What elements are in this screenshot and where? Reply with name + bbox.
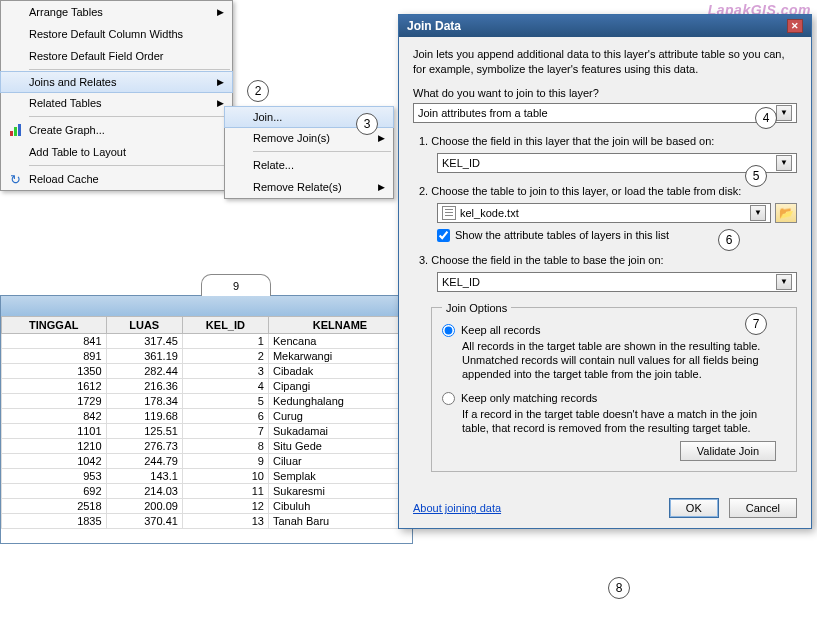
step2-table-combo[interactable]: kel_kode.txt ▼ <box>437 203 771 223</box>
menu-reload-cache[interactable]: ↻ Reload Cache <box>1 168 232 190</box>
cell[interactable]: Ciluar <box>268 454 411 469</box>
keep-all-radio[interactable] <box>442 324 455 337</box>
cell[interactable]: 692 <box>2 484 107 499</box>
table-row[interactable]: 1042244.799Ciluar <box>2 454 412 469</box>
cell[interactable]: Kencana <box>268 334 411 349</box>
menu-related-tables[interactable]: Related Tables ▶ <box>1 92 232 114</box>
cell[interactable]: Sukaresmi <box>268 484 411 499</box>
cell[interactable]: 841 <box>2 334 107 349</box>
cell[interactable]: 216.36 <box>106 379 182 394</box>
cell[interactable]: 1835 <box>2 514 107 529</box>
attribute-grid[interactable]: TINGGALLUASKEL_IDKELNAME 841317.451Kenca… <box>1 316 412 529</box>
cell[interactable]: 178.34 <box>106 394 182 409</box>
menu-create-graph[interactable]: Create Graph... <box>1 119 232 141</box>
table-row[interactable]: 1350282.443Cibadak <box>2 364 412 379</box>
cell[interactable]: 6 <box>182 409 268 424</box>
table-row[interactable]: 692214.0311Sukaresmi <box>2 484 412 499</box>
cell[interactable]: 214.03 <box>106 484 182 499</box>
table-row[interactable]: 1729178.345Kedunghalang <box>2 394 412 409</box>
chevron-down-icon[interactable]: ▼ <box>776 155 792 171</box>
cell[interactable]: 370.41 <box>106 514 182 529</box>
table-row[interactable]: 2518200.0912Cibuluh <box>2 499 412 514</box>
cell[interactable]: Semplak <box>268 469 411 484</box>
close-icon[interactable]: ✕ <box>787 19 803 33</box>
ok-button[interactable]: OK <box>669 498 719 518</box>
cell[interactable]: 361.19 <box>106 349 182 364</box>
cell[interactable]: 1612 <box>2 379 107 394</box>
cell[interactable]: 200.09 <box>106 499 182 514</box>
table-titlebar[interactable]: ✕ <box>1 296 412 316</box>
validate-join-button[interactable]: Validate Join <box>680 441 776 461</box>
cell[interactable]: 119.68 <box>106 409 182 424</box>
cell[interactable]: 891 <box>2 349 107 364</box>
cell[interactable]: 9 <box>182 454 268 469</box>
cell[interactable]: 1 <box>182 334 268 349</box>
keep-matching-radio[interactable] <box>442 392 455 405</box>
table-row[interactable]: 841317.451Kencana <box>2 334 412 349</box>
cell[interactable]: Cibadak <box>268 364 411 379</box>
cell[interactable]: Situ Gede <box>268 439 411 454</box>
cell[interactable]: 244.79 <box>106 454 182 469</box>
cell[interactable]: 143.1 <box>106 469 182 484</box>
cell[interactable]: 1210 <box>2 439 107 454</box>
cell[interactable]: 10 <box>182 469 268 484</box>
table-row[interactable]: 842119.686Curug <box>2 409 412 424</box>
column-header[interactable]: KELNAME <box>268 317 411 334</box>
chevron-down-icon[interactable]: ▼ <box>776 105 792 121</box>
column-header[interactable]: TINGGAL <box>2 317 107 334</box>
chevron-down-icon[interactable]: ▼ <box>776 274 792 290</box>
cell[interactable]: 953 <box>2 469 107 484</box>
menu-joins-and-relates[interactable]: Joins and Relates ▶ <box>0 71 233 93</box>
step3-field-combo[interactable]: KEL_ID ▼ <box>437 272 797 292</box>
submenu-remove-relates[interactable]: Remove Relate(s) ▶ <box>225 176 393 198</box>
show-attribute-tables-checkbox[interactable] <box>437 229 450 242</box>
table-row[interactable]: 891361.192Mekarwangi <box>2 349 412 364</box>
reload-icon: ↻ <box>7 171 23 187</box>
cell[interactable]: 11 <box>182 484 268 499</box>
join-type-combo[interactable]: Join attributes from a table ▼ <box>413 103 797 123</box>
cell[interactable]: Kedunghalang <box>268 394 411 409</box>
cell[interactable]: 13 <box>182 514 268 529</box>
cell[interactable]: Cibuluh <box>268 499 411 514</box>
column-header[interactable]: LUAS <box>106 317 182 334</box>
cell[interactable]: 2518 <box>2 499 107 514</box>
dialog-titlebar[interactable]: Join Data ✕ <box>399 15 811 37</box>
cell[interactable]: 12 <box>182 499 268 514</box>
cell[interactable]: 3 <box>182 364 268 379</box>
cell[interactable]: Curug <box>268 409 411 424</box>
cell[interactable]: 125.51 <box>106 424 182 439</box>
cell[interactable]: 1101 <box>2 424 107 439</box>
cell[interactable]: 842 <box>2 409 107 424</box>
chevron-down-icon[interactable]: ▼ <box>750 205 766 221</box>
cell[interactable]: Mekarwangi <box>268 349 411 364</box>
cell[interactable]: 317.45 <box>106 334 182 349</box>
cell[interactable]: 5 <box>182 394 268 409</box>
open-file-button[interactable]: 📂 <box>775 203 797 223</box>
menu-arrange-tables[interactable]: Arrange Tables ▶ <box>1 1 232 23</box>
cell[interactable]: 276.73 <box>106 439 182 454</box>
menu-add-table-to-layout[interactable]: Add Table to Layout <box>1 141 232 163</box>
cancel-button[interactable]: Cancel <box>729 498 797 518</box>
cell[interactable]: Cipangi <box>268 379 411 394</box>
cell[interactable]: Tanah Baru <box>268 514 411 529</box>
table-row[interactable]: 1612216.364Cipangi <box>2 379 412 394</box>
table-row[interactable]: 1101125.517Sukadamai <box>2 424 412 439</box>
about-joining-link[interactable]: About joining data <box>413 502 501 514</box>
cell[interactable]: 282.44 <box>106 364 182 379</box>
cell[interactable]: 8 <box>182 439 268 454</box>
cell[interactable]: Sukadamai <box>268 424 411 439</box>
column-header[interactable]: KEL_ID <box>182 317 268 334</box>
menu-restore-col-widths[interactable]: Restore Default Column Widths <box>1 23 232 45</box>
cell[interactable]: 1042 <box>2 454 107 469</box>
table-row[interactable]: 1835370.4113Tanah Baru <box>2 514 412 529</box>
cell[interactable]: 2 <box>182 349 268 364</box>
table-row[interactable]: 1210276.738Situ Gede <box>2 439 412 454</box>
table-row[interactable]: 953143.110Semplak <box>2 469 412 484</box>
cell[interactable]: 4 <box>182 379 268 394</box>
cell[interactable]: 7 <box>182 424 268 439</box>
step1-field-combo[interactable]: KEL_ID ▼ <box>437 153 797 173</box>
cell[interactable]: 1729 <box>2 394 107 409</box>
cell[interactable]: 1350 <box>2 364 107 379</box>
menu-restore-field-order[interactable]: Restore Default Field Order <box>1 45 232 67</box>
submenu-relate[interactable]: Relate... <box>225 154 393 176</box>
